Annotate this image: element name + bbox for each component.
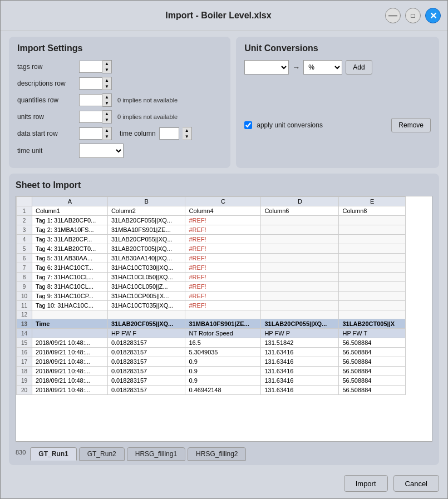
table-cell: 0.018283157 xyxy=(107,367,185,376)
quantities-row-spinner: 0 ▲ ▼ xyxy=(79,93,112,107)
table-cell: 56.508884 xyxy=(339,386,406,395)
table-cell: 31LAB20CP055||XQ... xyxy=(107,235,185,244)
apply-checkbox[interactable] xyxy=(244,121,252,129)
time-unit-label: time unit xyxy=(17,147,76,155)
table-cell: 0.9 xyxy=(185,357,261,367)
row-number: 6 xyxy=(17,254,32,263)
descriptions-row-spinner: 14 ▲ ▼ xyxy=(79,77,112,90)
descriptions-row-down[interactable]: ▼ xyxy=(102,83,111,90)
table-cell: 31HAC10CL050||XQ... xyxy=(107,273,185,282)
table-cell xyxy=(339,254,406,263)
table-cell xyxy=(339,301,406,310)
to-unit-select[interactable]: % xyxy=(303,60,342,75)
time-column-up[interactable]: ▲ xyxy=(183,127,191,134)
table-cell: NT Rotor Speed xyxy=(185,329,261,338)
table-cell xyxy=(185,310,261,319)
table-cell xyxy=(339,235,406,244)
row-number: 17 xyxy=(17,357,32,367)
table-row: 10Tag 9: 31HAC10CP...31HAC10CP005||X...#… xyxy=(17,292,406,301)
table-cell: 2018/09/21 10:48:... xyxy=(32,386,108,395)
data-start-row-up[interactable]: ▲ xyxy=(102,127,111,134)
remove-button[interactable]: Remove xyxy=(391,118,431,132)
units-row-spinner: 0 ▲ ▼ xyxy=(79,110,112,123)
sheet-tab[interactable]: GT_Run2 xyxy=(79,447,125,461)
table-cell: Column1 xyxy=(32,206,108,216)
minimize-button[interactable]: — xyxy=(385,8,401,23)
table-container[interactable]: A B C D E 1Column1Column2Column4Column6C… xyxy=(16,196,432,442)
table-cell: Tag 8: 31HAC10CL... xyxy=(32,282,108,292)
table-row: 6Tag 5: 31LAB30AA...31LAB30AA140||XQ...#… xyxy=(17,254,406,263)
tabs-row: GT_Run1GT_Run2HRSG_filling1HRSG_filling2 xyxy=(30,447,246,461)
close-button[interactable]: ✕ xyxy=(425,8,441,23)
table-cell: 31HAC10CT030||XQ... xyxy=(107,263,185,273)
row-number: 9 xyxy=(17,282,32,292)
table-cell: 0.018283157 xyxy=(107,357,185,367)
cancel-button[interactable]: Cancel xyxy=(393,475,439,492)
quantities-row-spinner-btns: ▲ ▼ xyxy=(102,93,112,107)
table-cell: #REF! xyxy=(185,216,261,225)
table-cell: Tag 4: 31LAB20CT0... xyxy=(32,244,108,254)
table-cell: 56.508884 xyxy=(339,376,406,386)
table-cell: #REF! xyxy=(185,225,261,235)
table-cell xyxy=(261,225,339,235)
table-cell: HP FW T xyxy=(339,329,406,338)
add-conversion-button[interactable]: Add xyxy=(346,60,372,75)
quantities-row-input[interactable]: 0 xyxy=(79,94,102,106)
units-row-input[interactable]: 0 xyxy=(79,111,102,123)
table-cell: #REF! xyxy=(185,263,261,273)
sheet-panel: Sheet to Import A B C D E 1Column1Column… xyxy=(9,174,439,465)
table-cell: 0.018283157 xyxy=(107,376,185,386)
descriptions-row-up[interactable]: ▲ xyxy=(102,77,111,83)
data-start-row-input[interactable]: 15 xyxy=(79,127,102,140)
tags-row-down[interactable]: ▼ xyxy=(102,67,111,73)
time-unit-select[interactable] xyxy=(79,144,124,158)
row-number: 3 xyxy=(17,225,32,235)
table-cell: Tag 3: 31LAB20CP... xyxy=(32,235,108,244)
table-cell: 5.3049035 xyxy=(185,348,261,357)
units-row-down[interactable]: ▼ xyxy=(102,117,111,123)
sheet-tab[interactable]: HRSG_filling2 xyxy=(188,447,246,461)
table-cell xyxy=(339,244,406,254)
sheet-tab[interactable]: GT_Run1 xyxy=(30,447,76,461)
data-start-row-down[interactable]: ▼ xyxy=(102,134,111,140)
table-row: 13Time31LAB20CF055||XQ...31MBA10FS901|ZE… xyxy=(17,319,406,329)
table-cell: HP FW F xyxy=(107,329,185,338)
from-unit-select[interactable] xyxy=(244,60,289,75)
quantities-row-label: quantities row xyxy=(17,96,76,104)
table-cell: 56.508884 xyxy=(339,367,406,376)
tags-row-field: tags row 13 ▲ ▼ xyxy=(17,60,222,73)
descriptions-row-input[interactable]: 14 xyxy=(79,77,102,90)
data-start-row-field: data start row 15 ▲ ▼ time column A ▲ ▼ xyxy=(17,127,222,140)
table-row: 11Tag 10: 31HAC10C...31HAC10CT035||XQ...… xyxy=(17,301,406,310)
time-column-input[interactable]: A xyxy=(159,127,179,140)
table-cell: 31LAB20CP055||XQ... xyxy=(261,319,339,329)
table-cell xyxy=(339,263,406,273)
table-cell xyxy=(261,292,339,301)
table-cell: 0.018283157 xyxy=(107,338,185,348)
top-panels: Import Settings tags row 13 ▲ ▼ descript… xyxy=(1,31,447,174)
apply-row: apply unit conversions Remove xyxy=(244,118,431,132)
tags-row-input[interactable]: 13 xyxy=(79,61,102,73)
table-cell: #REF! xyxy=(185,244,261,254)
import-button[interactable]: Import xyxy=(344,475,388,492)
table-cell: 131.63416 xyxy=(261,357,339,367)
time-column-down[interactable]: ▼ xyxy=(183,134,191,140)
table-cell: 131.63416 xyxy=(261,348,339,357)
table-cell: 2018/09/21 10:48:... xyxy=(32,376,108,386)
time-column-spinner-btns: ▲ ▼ xyxy=(183,127,192,140)
table-cell: Tag 7: 31HAC10CL... xyxy=(32,273,108,282)
table-cell: Time xyxy=(32,319,108,329)
row-number: 4 xyxy=(17,235,32,244)
quantities-row-down[interactable]: ▼ xyxy=(102,100,111,106)
table-row: 12 xyxy=(17,310,406,319)
tags-row-up[interactable]: ▲ xyxy=(102,61,111,67)
quantities-row-up[interactable]: ▲ xyxy=(102,94,111,100)
table-cell: #REF! xyxy=(185,282,261,292)
row-number: 14 xyxy=(17,329,32,338)
table-cell: 131.51842 xyxy=(261,338,339,348)
table-cell: Tag 1: 31LAB20CF0... xyxy=(32,216,108,225)
units-row-up[interactable]: ▲ xyxy=(102,111,111,117)
table-cell: 31MBA10FS901|ZE... xyxy=(107,225,185,235)
maximize-button[interactable]: □ xyxy=(405,8,421,23)
sheet-tab[interactable]: HRSG_filling1 xyxy=(127,447,185,461)
